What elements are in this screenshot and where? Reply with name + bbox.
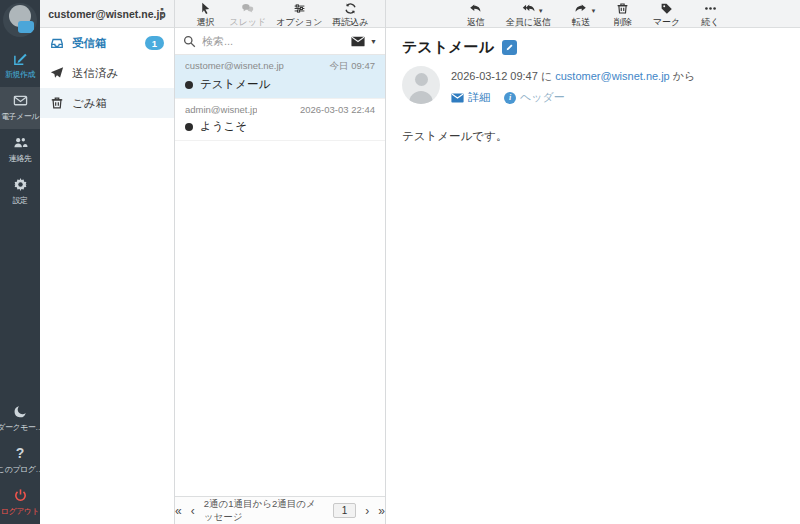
- sent-icon: [50, 66, 64, 80]
- options-icon: [293, 2, 306, 15]
- options-button[interactable]: オプション: [271, 0, 327, 27]
- info-icon: i: [504, 92, 516, 104]
- chevron-down-icon: ▼: [370, 38, 377, 45]
- sender-avatar: [402, 66, 440, 104]
- logout-label: ログアウト: [1, 506, 39, 517]
- first-page-button[interactable]: «: [175, 505, 182, 517]
- details-link[interactable]: 詳細: [451, 90, 490, 105]
- folder-label: 送信済み: [72, 66, 118, 81]
- message-meta: 2026-03-12 09:47 に customer@wisnet.ne.jp…: [451, 66, 695, 84]
- search-icon: [183, 35, 196, 48]
- contacts-label: 連絡先: [9, 153, 32, 164]
- folder-sent[interactable]: 送信済み: [40, 58, 174, 88]
- meta-particle: から: [673, 70, 696, 82]
- settings-label: 設定: [13, 195, 28, 206]
- refresh-button[interactable]: 再読込み: [327, 0, 373, 27]
- prev-page-button[interactable]: ‹: [191, 505, 195, 517]
- delete-button[interactable]: 削除: [606, 0, 640, 27]
- mail-label: 電子メール: [1, 111, 39, 122]
- message-content: テストメール 2026-03-12 09:47 に customer@wisne…: [386, 28, 800, 154]
- pagination-text: 2通の1通目から2通目のメッセージ: [204, 498, 324, 524]
- folder-label: ごみ箱: [72, 96, 107, 111]
- about-label: このプログ…: [0, 464, 43, 475]
- message-subject: ようこそ: [200, 119, 247, 134]
- logout-button[interactable]: ログアウト: [0, 482, 40, 524]
- page-number-input[interactable]: 1: [333, 503, 357, 518]
- sidebar-item-settings[interactable]: 設定: [0, 171, 40, 213]
- view-toolbar: 返信 ▼ 全員に返信 ▼ 転送: [386, 0, 800, 28]
- reply-button[interactable]: 返信: [459, 0, 493, 27]
- forward-icon: ▼: [574, 2, 587, 15]
- kebab-menu-icon[interactable]: ⋮: [155, 4, 169, 22]
- about-button[interactable]: ? このプログ…: [0, 440, 40, 482]
- message-date: 今日 09:47: [330, 60, 375, 73]
- threads-button[interactable]: スレッド: [224, 0, 271, 27]
- reply-icon: [469, 2, 482, 15]
- mark-icon: [660, 2, 673, 15]
- forward-button[interactable]: ▼ 転送: [564, 0, 598, 27]
- dark-mode-label: ダークモー…: [0, 422, 43, 433]
- select-button[interactable]: 選択: [186, 0, 224, 27]
- inbox-icon: [50, 36, 64, 50]
- folder-trash[interactable]: ごみ箱: [40, 88, 174, 118]
- account-email: customer@wisnet.ne.jp: [48, 8, 166, 20]
- account-header: customer@wisnet.ne.jp ⋮: [40, 0, 174, 28]
- message-body: テストメールです。: [402, 129, 784, 144]
- sender-email-link[interactable]: customer@wisnet.ne.jp: [555, 70, 670, 82]
- folder-inbox[interactable]: 受信箱 1: [40, 28, 174, 58]
- envelope-icon: [351, 36, 365, 47]
- moon-icon: [13, 404, 28, 419]
- taskbar: 新規作成 電子メール 連絡先 設定: [0, 0, 40, 524]
- details-label: 詳細: [468, 90, 490, 105]
- search-input[interactable]: [202, 35, 345, 47]
- help-icon: ?: [16, 446, 25, 461]
- message-view-panel: 返信 ▼ 全員に返信 ▼ 転送: [386, 0, 800, 524]
- compose-icon: [13, 51, 28, 66]
- more-icon: [704, 2, 717, 15]
- folder-panel: customer@wisnet.ne.jp ⋮ 受信箱 1 送信済み ごみ箱: [40, 0, 175, 524]
- trash-icon: [50, 96, 64, 110]
- unread-count-badge: 1: [145, 36, 164, 50]
- chevron-down-icon[interactable]: ▼: [538, 8, 544, 14]
- message-subject: テストメール: [200, 77, 270, 92]
- compose-label: 新規作成: [5, 69, 35, 80]
- unread-dot-icon[interactable]: [185, 81, 193, 89]
- mail-icon: [13, 93, 28, 108]
- message-date: 2026-03-03 22:44: [300, 104, 375, 115]
- sidebar-item-contacts[interactable]: 連絡先: [0, 129, 40, 171]
- mark-button[interactable]: マーク: [648, 0, 685, 27]
- more-button[interactable]: 続く: [693, 0, 727, 27]
- reply-all-button[interactable]: ▼ 全員に返信: [501, 0, 556, 27]
- chevron-down-icon[interactable]: ▼: [590, 8, 596, 14]
- message-row[interactable]: admin@wisnet.jp 2026-03-03 22:44 ようこそ: [175, 99, 385, 141]
- headers-link[interactable]: i ヘッダー: [504, 90, 565, 105]
- mark-read-control[interactable]: ▼: [351, 36, 377, 47]
- search-bar: ▼: [175, 28, 385, 55]
- folder-label: 受信箱: [72, 36, 107, 51]
- contacts-icon: [13, 135, 28, 150]
- message-datetime: 2026-03-12 09:47: [451, 70, 538, 82]
- settings-icon: [13, 177, 28, 192]
- message-sender: admin@wisnet.jp: [185, 104, 257, 115]
- unread-dot-icon[interactable]: [185, 123, 193, 131]
- envelope-icon: [451, 93, 464, 103]
- message-sender: customer@wisnet.ne.jp: [185, 60, 284, 73]
- next-page-button[interactable]: ›: [365, 505, 369, 517]
- cursor-icon: [199, 2, 212, 15]
- user-avatar[interactable]: [3, 3, 37, 37]
- last-page-button[interactable]: »: [378, 505, 385, 517]
- reply-all-icon: ▼: [522, 2, 535, 15]
- message-list-panel: 選択 スレッド オプション: [175, 0, 386, 524]
- refresh-icon: [344, 2, 357, 15]
- headers-label: ヘッダー: [520, 90, 565, 105]
- delete-icon: [616, 2, 629, 15]
- message-title: テストメール: [402, 38, 494, 57]
- compose-button[interactable]: 新規作成: [0, 45, 40, 87]
- edit-draft-icon[interactable]: [502, 40, 517, 55]
- meta-particle: に: [541, 70, 552, 82]
- sidebar-item-mail[interactable]: 電子メール: [0, 87, 40, 129]
- power-icon: [13, 488, 28, 503]
- message-row[interactable]: customer@wisnet.ne.jp 今日 09:47 テストメール: [175, 55, 385, 99]
- dark-mode-toggle[interactable]: ダークモー…: [0, 398, 40, 440]
- thread-icon: [241, 2, 254, 15]
